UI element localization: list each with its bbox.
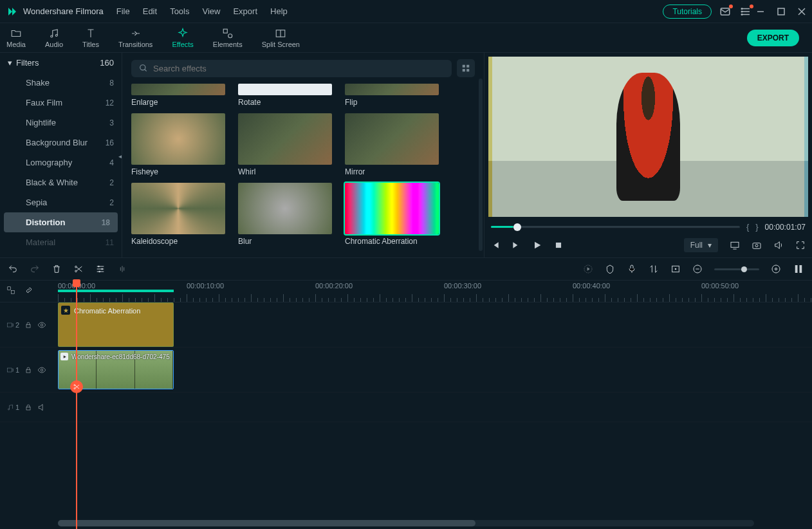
menu-view[interactable]: View bbox=[202, 6, 220, 16]
category-label: Black & White bbox=[26, 178, 78, 187]
track-header[interactable]: 2 bbox=[0, 302, 58, 347]
category-sepia[interactable]: Sepia2 bbox=[0, 192, 122, 212]
category-count: 2 bbox=[109, 198, 114, 207]
edit-properties-icon[interactable] bbox=[95, 264, 106, 274]
menu-file[interactable]: File bbox=[116, 6, 130, 16]
zoom-fit-icon[interactable] bbox=[793, 263, 804, 275]
effect-chromatic-aberration[interactable]: Chromatic Aberration bbox=[345, 183, 439, 246]
menu-help[interactable]: Help bbox=[270, 6, 288, 16]
category-background-blur[interactable]: Background Blur16 bbox=[0, 133, 122, 153]
fullscreen-icon[interactable] bbox=[795, 240, 806, 250]
eye-icon[interactable] bbox=[37, 366, 46, 375]
tab-split-screen[interactable]: Split Screen bbox=[262, 28, 300, 48]
timeline-h-scrollbar[interactable] bbox=[58, 520, 754, 526]
category-label: Sepia bbox=[26, 198, 47, 207]
undo-icon[interactable] bbox=[8, 264, 18, 274]
preview-scrubber[interactable] bbox=[491, 226, 740, 228]
effect-clip[interactable]: ★ Chromatic Aberration bbox=[58, 302, 174, 347]
search-input[interactable] bbox=[153, 64, 444, 73]
record-voiceover-icon[interactable] bbox=[627, 264, 637, 274]
effect-mirror[interactable]: Mirror bbox=[345, 113, 439, 176]
effect-thumbnail bbox=[345, 84, 439, 95]
redo-icon[interactable] bbox=[30, 264, 40, 274]
snapshot-icon[interactable] bbox=[752, 240, 762, 250]
category-distortion[interactable]: Distortion18 bbox=[4, 212, 118, 232]
preview-screen[interactable] bbox=[488, 57, 808, 217]
audio-mixer-icon[interactable] bbox=[649, 264, 659, 274]
menu-tools[interactable]: Tools bbox=[170, 6, 189, 16]
track-header[interactable]: 1 bbox=[0, 393, 58, 422]
tab-label: Transitions bbox=[118, 41, 152, 48]
render-preview-icon[interactable] bbox=[583, 264, 593, 274]
zoom-out-icon[interactable] bbox=[692, 264, 703, 274]
effect-flip[interactable]: Flip bbox=[345, 84, 439, 107]
speaker-icon[interactable] bbox=[37, 403, 46, 412]
playhead[interactable] bbox=[76, 281, 77, 529]
timeline-ruler[interactable]: 00:00:00:0000:00:10:0000:00:20:0000:00:3… bbox=[0, 281, 812, 302]
category-header-label: Filters bbox=[16, 58, 39, 68]
effect-kaleidoscope[interactable]: Kaleidoscope bbox=[131, 183, 225, 246]
window-maximize-button[interactable] bbox=[777, 8, 785, 15]
prev-frame-button[interactable] bbox=[491, 241, 500, 250]
menu-edit[interactable]: Edit bbox=[143, 6, 157, 16]
category-faux-film[interactable]: Faux Film12 bbox=[0, 93, 122, 113]
effect-enlarge[interactable]: Enlarge bbox=[131, 84, 225, 107]
play-button[interactable] bbox=[532, 240, 542, 250]
tab-effects[interactable]: Effects bbox=[172, 28, 193, 48]
scissors-icon[interactable] bbox=[70, 380, 83, 393]
text-icon bbox=[85, 28, 97, 39]
split-icon[interactable] bbox=[73, 264, 84, 274]
tab-audio[interactable]: Audio bbox=[45, 28, 63, 48]
svg-point-8 bbox=[228, 33, 232, 37]
effect-whirl[interactable]: Whirl bbox=[238, 113, 332, 176]
zoom-slider[interactable] bbox=[714, 268, 759, 270]
tab-media[interactable]: Media bbox=[6, 28, 26, 48]
volume-icon[interactable] bbox=[773, 240, 784, 250]
svg-rect-4 bbox=[778, 8, 784, 15]
track-header[interactable]: 1 bbox=[0, 348, 58, 392]
tab-transitions[interactable]: Transitions bbox=[118, 28, 152, 48]
category-label: Material bbox=[26, 237, 55, 247]
tab-titles[interactable]: Titles bbox=[82, 28, 99, 48]
delete-icon[interactable] bbox=[51, 264, 62, 274]
effect-fisheye[interactable]: Fisheye bbox=[131, 113, 225, 176]
category-count: 8 bbox=[109, 79, 114, 88]
audio-adjust-icon[interactable] bbox=[117, 264, 127, 274]
effects-scrollbar[interactable] bbox=[479, 79, 483, 251]
search-box[interactable] bbox=[131, 60, 452, 77]
category-header-filters[interactable]: ▾Filters 160 bbox=[0, 53, 122, 73]
bracket-out[interactable]: } bbox=[755, 222, 758, 232]
tab-elements[interactable]: Elements bbox=[213, 28, 243, 48]
lock-icon[interactable] bbox=[24, 366, 32, 374]
category-black-white[interactable]: Black & White2 bbox=[0, 172, 122, 192]
effect-blur[interactable]: Blur bbox=[238, 183, 332, 246]
track-number: 1 bbox=[15, 404, 19, 411]
category-shake[interactable]: Shake8 bbox=[0, 73, 122, 93]
lock-icon[interactable] bbox=[24, 321, 32, 329]
eye-icon[interactable] bbox=[37, 320, 46, 329]
link-tracks-icon[interactable] bbox=[24, 286, 33, 295]
window-close-button[interactable] bbox=[798, 8, 806, 15]
shapes-icon bbox=[222, 28, 234, 39]
menu-export[interactable]: Export bbox=[233, 6, 257, 16]
category-material[interactable]: Material11 bbox=[0, 232, 122, 252]
category-lomography[interactable]: Lomography4 bbox=[0, 153, 122, 172]
lock-icon[interactable] bbox=[24, 404, 32, 411]
export-button[interactable]: EXPORT bbox=[747, 30, 799, 46]
bracket-in[interactable]: { bbox=[746, 222, 749, 232]
marker-icon[interactable] bbox=[605, 264, 615, 274]
effect-rotate[interactable]: Rotate bbox=[238, 84, 332, 107]
grid-view-toggle[interactable] bbox=[457, 59, 475, 77]
zoom-in-icon[interactable] bbox=[771, 264, 781, 274]
preview-quality-select[interactable]: Full▾ bbox=[684, 238, 718, 252]
window-minimize-button[interactable] bbox=[757, 8, 764, 15]
message-icon[interactable] bbox=[719, 6, 731, 17]
next-frame-button[interactable] bbox=[512, 241, 521, 250]
tutorials-button[interactable]: Tutorials bbox=[663, 5, 712, 19]
crop-icon[interactable] bbox=[670, 264, 681, 274]
display-settings-icon[interactable] bbox=[730, 240, 740, 250]
settings-list-icon[interactable] bbox=[740, 6, 752, 17]
timeline-options-icon[interactable] bbox=[6, 286, 15, 295]
category-nightlife[interactable]: Nightlife3 bbox=[0, 113, 122, 133]
stop-button[interactable] bbox=[554, 241, 563, 250]
